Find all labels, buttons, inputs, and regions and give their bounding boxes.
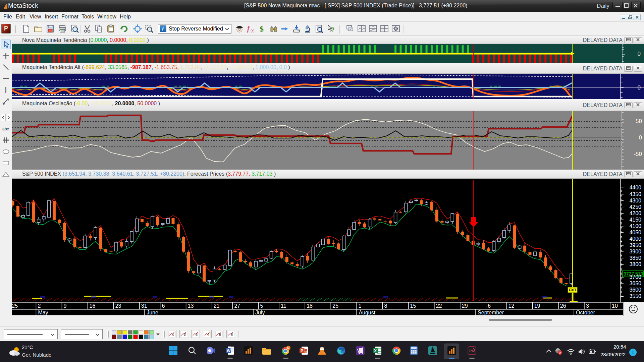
svg-text:EXIT: EXIT <box>569 288 576 292</box>
svg-text:3950: 3950 <box>629 242 641 248</box>
svg-text:-50: -50 <box>634 151 642 157</box>
svg-text:3850: 3850 <box>629 255 641 261</box>
svg-text:S: S <box>2 101 5 105</box>
svg-text:3700: 3700 <box>629 274 641 280</box>
svg-text:4250: 4250 <box>629 204 641 210</box>
svg-text:13: 13 <box>188 303 194 309</box>
svg-text:23: 23 <box>115 303 121 309</box>
svg-text:31: 31 <box>141 303 147 309</box>
svg-text:5: 5 <box>219 333 221 337</box>
svg-text:June: June <box>147 310 158 315</box>
svg-text:September: September <box>478 310 504 315</box>
svg-text:X: X <box>374 349 377 353</box>
svg-text:26: 26 <box>560 303 566 309</box>
svg-text:4050: 4050 <box>629 230 641 235</box>
svg-text:3650: 3650 <box>629 281 641 286</box>
svg-text:2: 2 <box>184 333 186 337</box>
svg-text:4400: 4400 <box>629 185 641 190</box>
svg-text:4: 4 <box>207 333 209 337</box>
svg-text:29: 29 <box>462 303 468 309</box>
svg-text:0: 0 <box>639 134 642 141</box>
svg-text:3: 3 <box>586 303 589 309</box>
svg-text:21: 21 <box>214 303 220 309</box>
svg-text:3550: 3550 <box>629 293 641 299</box>
svg-text:3800: 3800 <box>629 261 641 267</box>
svg-text:0: 0 <box>638 84 641 91</box>
svg-text:October: October <box>576 310 595 315</box>
svg-text:16: 16 <box>90 303 96 309</box>
svg-text:6: 6 <box>231 333 233 337</box>
svg-text:4150: 4150 <box>629 217 641 223</box>
svg-text:22: 22 <box>436 303 442 309</box>
svg-text:(x): (x) <box>251 29 255 33</box>
svg-text:6: 6 <box>488 303 491 309</box>
svg-text:27: 27 <box>234 303 240 309</box>
svg-text:N: N <box>287 347 290 350</box>
svg-text:10: 10 <box>612 303 618 309</box>
svg-text:9: 9 <box>64 303 67 309</box>
svg-text:May: May <box>38 310 48 315</box>
svg-text:19: 19 <box>534 303 540 309</box>
svg-text:4000: 4000 <box>629 236 641 242</box>
svg-text:1: 1 <box>358 303 361 309</box>
svg-text:4100: 4100 <box>629 223 641 229</box>
svg-text:4200: 4200 <box>629 210 641 216</box>
svg-text:3900: 3900 <box>629 249 641 254</box>
svg-text:11: 11 <box>281 303 286 309</box>
svg-text:5: 5 <box>260 303 263 309</box>
svg-text:P: P <box>301 349 303 353</box>
svg-text:18: 18 <box>307 303 313 309</box>
svg-text:$: $ <box>260 24 264 33</box>
svg-text:August: August <box>359 310 375 315</box>
svg-text:8: 8 <box>384 303 387 309</box>
svg-text:1: 1 <box>172 333 174 337</box>
svg-text:15: 15 <box>410 303 416 309</box>
svg-text:3600: 3600 <box>629 287 641 293</box>
svg-text:25: 25 <box>12 303 18 309</box>
svg-text:0: 0 <box>638 51 641 57</box>
svg-text:50: 50 <box>636 118 642 124</box>
svg-text:3: 3 <box>196 333 198 337</box>
svg-text:25: 25 <box>332 303 338 309</box>
svg-text:12: 12 <box>508 303 515 309</box>
svg-text:4350: 4350 <box>629 191 641 197</box>
svg-text:W: W <box>227 349 231 353</box>
svg-text:?: ? <box>331 26 334 33</box>
svg-text:4300: 4300 <box>629 198 641 203</box>
svg-text:f: f <box>247 25 250 33</box>
svg-text:6: 6 <box>162 303 165 309</box>
svg-text:July: July <box>255 310 265 315</box>
svg-text:abc: abc <box>2 127 9 131</box>
svg-text:2: 2 <box>38 303 41 309</box>
